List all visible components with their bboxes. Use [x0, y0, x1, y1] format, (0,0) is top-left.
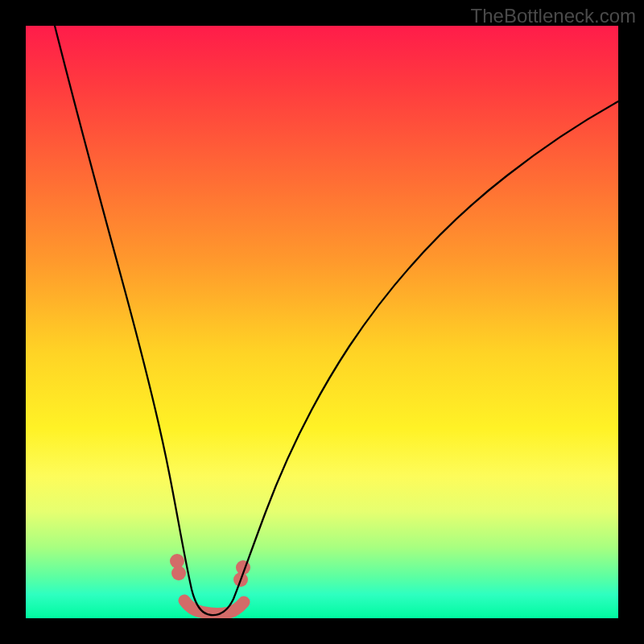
watermark-text: TheBottleneck.com	[471, 5, 636, 27]
valley-highlight	[184, 601, 244, 613]
curve-path	[55, 26, 618, 615]
chart-frame: TheBottleneck.com	[0, 0, 644, 644]
bottleneck-curve	[26, 26, 618, 618]
plot-area	[26, 26, 618, 618]
shoulder-dot	[171, 566, 186, 580]
